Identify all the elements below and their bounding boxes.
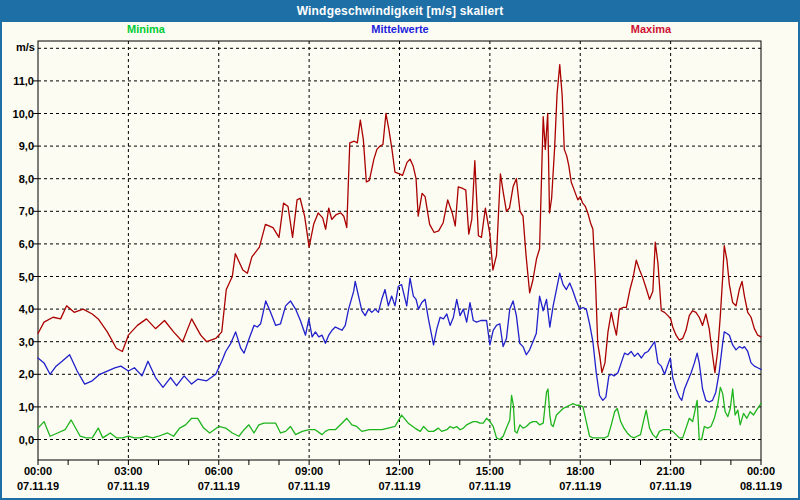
x-tick-time-label: 06:00 [205,465,233,477]
x-tick-time-label: 09:00 [295,465,323,477]
app-window: Windgeschwindigkeit [m/s] skaliert Minim… [0,0,800,500]
window-titlebar[interactable]: Windgeschwindigkeit [m/s] skaliert [0,0,800,22]
legend-maxima-label: Maxima [631,23,671,35]
x-tick-date-label: 07.11.19 [559,480,601,492]
y-tick-label: 9,0 [19,140,34,152]
x-tick-date-label: 07.11.19 [198,480,240,492]
window-title: Windgeschwindigkeit [m/s] skaliert [297,4,504,18]
x-tick-date-label: 08.11.19 [740,480,782,492]
x-tick-date-label: 07.11.19 [378,480,420,492]
x-tick-time-label: 00:00 [24,465,52,477]
y-tick-label: 0,0 [19,434,34,446]
x-tick-time-label: 15:00 [476,465,504,477]
x-tick-time-label: 03:00 [114,465,142,477]
y-tick-label: 5,0 [19,271,34,283]
legend-minima-label: Minima [127,23,165,35]
x-tick-date-label: 07.11.19 [469,480,511,492]
y-axis: 0,01,02,03,04,05,06,07,08,09,010,011,0m/… [13,41,38,446]
series-maxima-line [38,65,761,373]
y-axis-unit-label: m/s [16,41,35,53]
x-tick-time-label: 12:00 [385,465,413,477]
x-tick-date-label: 07.11.19 [288,480,330,492]
y-tick-label: 11,0 [13,75,34,87]
y-tick-label: 2,0 [19,368,34,380]
x-tick-date-label: 07.11.19 [107,480,149,492]
y-tick-label: 3,0 [19,336,34,348]
x-tick-time-label: 18:00 [566,465,594,477]
vertical-gridlines [128,41,670,460]
y-tick-label: 1,0 [19,401,34,413]
horizontal-gridlines [38,48,761,439]
x-tick-time-label: 21:00 [657,465,685,477]
y-tick-label: 7,0 [19,205,34,217]
x-axis: 00:0007.11.1903:0007.11.1906:0007.11.190… [17,460,782,492]
legend-mittelwerte-label: Mittelwerte [371,23,428,35]
y-tick-label: 6,0 [19,238,34,250]
y-tick-label: 8,0 [19,173,34,185]
y-tick-label: 4,0 [19,303,34,315]
y-tick-label: 10,0 [13,108,34,120]
x-tick-time-label: 00:00 [747,465,775,477]
wind-speed-chart: 0,01,02,03,04,05,06,07,08,09,010,011,0m/… [0,0,800,500]
x-tick-date-label: 07.11.19 [650,480,692,492]
x-tick-date-label: 07.11.19 [17,480,59,492]
